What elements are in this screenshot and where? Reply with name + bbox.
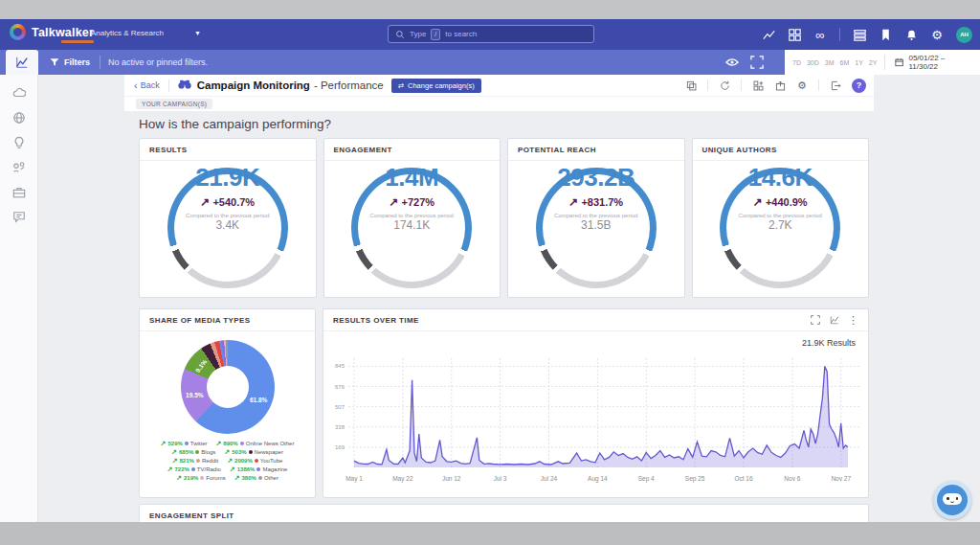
kpi-gauge-content: 21.9K ↗+540.7% Compared to the previous … bbox=[140, 139, 316, 297]
kpi-gauge-content: 293.2B ↗+831.7% Compared to the previous… bbox=[508, 139, 684, 297]
analytics-trend-icon[interactable] bbox=[762, 28, 775, 41]
legend-item-twitter[interactable]: ↗529%Twitter bbox=[161, 440, 208, 447]
kpi-trend: ↗+727% bbox=[389, 195, 434, 209]
legend-item-reddit[interactable]: ↗821%Reddit bbox=[172, 457, 219, 465]
legend-trend-value: 821% bbox=[180, 458, 194, 464]
filters-status-text: No active or pinned filters. bbox=[108, 50, 208, 75]
refresh-icon[interactable] bbox=[719, 79, 730, 91]
settings-gear-icon[interactable]: ⚙ bbox=[930, 28, 944, 41]
screen: Talkwalker Analytics & Research ▼ Type /… bbox=[0, 0, 980, 545]
filter-bar: Filters No active or pinned filters. 7D3… bbox=[0, 50, 980, 75]
y-tick-label: 507 bbox=[323, 404, 345, 410]
user-avatar[interactable]: AH bbox=[956, 27, 972, 43]
sidebar-item-idea-bulb[interactable] bbox=[0, 132, 38, 153]
more-options-kebab-icon[interactable]: ⋮ bbox=[848, 315, 858, 326]
export-icon[interactable] bbox=[774, 79, 786, 91]
donut-hole bbox=[207, 366, 249, 408]
fullscreen-icon[interactable] bbox=[750, 56, 764, 69]
trend-up-arrow-icon: ↗ bbox=[234, 474, 240, 482]
back-button[interactable]: ‹ Back bbox=[134, 80, 160, 90]
kpi-card-unique-authors[interactable]: UNIQUE AUTHORS 14.6K ↗+440.9% Compared t… bbox=[692, 138, 870, 298]
media-types-donut-chart[interactable]: 61.8%19.5%9.1% bbox=[181, 340, 275, 434]
help-button[interactable]: ? bbox=[852, 79, 866, 93]
legend-item-magazine[interactable]: ↗1386%Magazine bbox=[230, 466, 288, 473]
x-tick-label: Jul 3 bbox=[494, 475, 507, 482]
notifications-bell-icon[interactable] bbox=[904, 28, 918, 41]
sidebar-item-globe[interactable] bbox=[0, 107, 38, 128]
trend-up-arrow-icon: ↗ bbox=[171, 448, 177, 456]
sidebar-item-audience-share[interactable] bbox=[0, 157, 38, 178]
legend-label: Newspaper bbox=[255, 449, 283, 455]
y-tick-label: 676 bbox=[323, 384, 345, 390]
legend-item-newspaper[interactable]: ↗503%Newspaper bbox=[224, 448, 283, 456]
exit-presentation-icon[interactable] bbox=[830, 79, 841, 91]
results-over-time-card[interactable]: RESULTS OVER TIME ⋮ 21.9K Results 169338… bbox=[323, 308, 869, 498]
x-tick-label: May 1 bbox=[345, 475, 363, 482]
sidebar-item-cloud[interactable] bbox=[0, 82, 38, 103]
legend-item-youtube[interactable]: ↗2009%YouTube bbox=[227, 457, 282, 465]
app-body: ‹ Back Campaign Monitoring - Performance… bbox=[0, 75, 980, 522]
topbar-icons: ∞ ⚙ AH bbox=[762, 19, 972, 50]
widget-settings-gear-icon[interactable]: ⚙ bbox=[796, 79, 808, 91]
dashboards-icon[interactable] bbox=[788, 28, 801, 41]
kpi-card-engagement[interactable]: ENGAGEMENT 1.4M ↗+727% Compared to the p… bbox=[323, 138, 501, 298]
legend-trend-value: 380% bbox=[242, 475, 256, 481]
x-tick-label: Sep 4 bbox=[638, 475, 655, 482]
kpi-trend: ↗+440.9% bbox=[753, 195, 808, 209]
kpi-card-results[interactable]: RESULTS 21.9K ↗+540.7% Compared to the p… bbox=[139, 138, 317, 298]
widgets-row: SHARE OF MEDIA TYPES 61.8%19.5%9.1% ↗529… bbox=[139, 308, 869, 498]
legend-label: Blogs bbox=[201, 449, 215, 455]
legend-color-dot bbox=[195, 450, 199, 454]
legend-trend-value: 722% bbox=[174, 466, 189, 472]
time-range-7d[interactable]: 7D bbox=[792, 59, 801, 66]
sidebar-item-compose[interactable] bbox=[0, 207, 38, 228]
legend-trend-value: 2009% bbox=[234, 458, 253, 464]
change-campaigns-button[interactable]: ⇄ Change campaign(s) bbox=[391, 79, 481, 93]
legend-color-dot bbox=[249, 450, 253, 454]
sidebar-item-briefcase[interactable] bbox=[0, 182, 38, 203]
time-range-2y[interactable]: 2Y bbox=[869, 59, 878, 66]
search-input[interactable]: Type / to search bbox=[388, 25, 594, 43]
expand-icon[interactable] bbox=[810, 315, 820, 326]
workspace-dropdown[interactable]: Analytics & Research ▼ bbox=[91, 29, 201, 37]
trend-up-arrow-icon: ↗ bbox=[389, 195, 398, 209]
legend-item-forums[interactable]: ↗219%Forums bbox=[176, 474, 226, 482]
legend-item-other[interactable]: ↗380%Other bbox=[234, 474, 278, 482]
engagement-split-card[interactable]: ENGAGEMENT SPLIT bbox=[139, 504, 869, 522]
infinity-icon[interactable]: ∞ bbox=[813, 28, 827, 41]
legend-item-tv-radio[interactable]: ↗722%TV/Radio bbox=[167, 466, 221, 473]
time-range-6m[interactable]: 6M bbox=[840, 59, 850, 66]
chart-type-icon[interactable] bbox=[829, 315, 839, 326]
legend-color-dot bbox=[200, 476, 204, 480]
duplicate-icon[interactable] bbox=[685, 79, 697, 91]
talkwalker-logo[interactable]: Talkwalker bbox=[10, 24, 94, 40]
kpi-row: RESULTS 21.9K ↗+540.7% Compared to the p… bbox=[139, 138, 869, 298]
chatbot-launcher[interactable] bbox=[933, 481, 971, 519]
results-over-time-chart[interactable] bbox=[348, 354, 859, 475]
apps-grid-icon[interactable] bbox=[853, 28, 866, 41]
date-range-picker[interactable]: 05/01/22 – 11/30/22 bbox=[885, 54, 980, 71]
time-range-30d[interactable]: 30D bbox=[807, 59, 819, 66]
kpi-value: 21.9K bbox=[195, 163, 259, 193]
header-icons-divider bbox=[707, 79, 708, 91]
filterbar-divider bbox=[100, 56, 100, 69]
kpi-value: 1.4M bbox=[385, 163, 438, 193]
hide-panel-eye-icon[interactable] bbox=[725, 56, 739, 69]
time-range-1y[interactable]: 1Y bbox=[855, 59, 863, 66]
legend-item-online-news-other[interactable]: ↗890%Online News Other bbox=[215, 440, 294, 447]
kpi-trend: ↗+831.7% bbox=[568, 195, 623, 209]
kpi-card-potential-reach[interactable]: POTENTIAL REACH 293.2B ↗+831.7% Compared… bbox=[507, 138, 685, 298]
sidebar-item-analytics-active[interactable] bbox=[6, 50, 38, 75]
legend-item-blogs[interactable]: ↗685%Blogs bbox=[171, 448, 215, 456]
time-range-3m[interactable]: 3M bbox=[825, 59, 835, 66]
filters-button[interactable]: Filters bbox=[50, 50, 90, 75]
trend-up-arrow-icon: ↗ bbox=[568, 195, 578, 209]
bookmark-icon[interactable] bbox=[879, 28, 892, 41]
campaign-tag-pill[interactable]: YOUR CAMPAIGN(S) bbox=[136, 99, 212, 109]
share-of-media-types-card[interactable]: SHARE OF MEDIA TYPES 61.8%19.5%9.1% ↗529… bbox=[139, 308, 316, 498]
results-chart-body: 21.9K Results 169338507676845 May 1May 2… bbox=[323, 331, 868, 496]
transfer-icon: ⇄ bbox=[398, 81, 404, 90]
add-widget-icon[interactable] bbox=[752, 79, 764, 91]
change-campaigns-label: Change campaign(s) bbox=[408, 81, 475, 90]
section-question: How is the campaign performing? bbox=[139, 117, 331, 131]
